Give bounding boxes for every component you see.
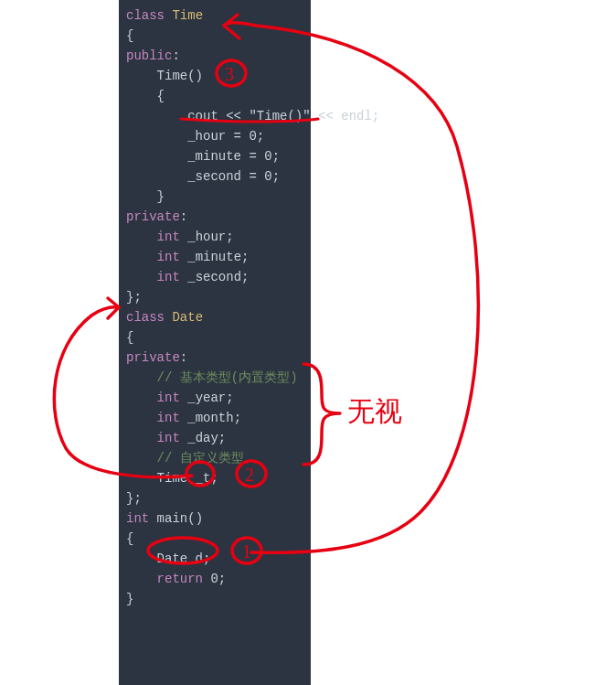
code-block: class Time { public: Time() { cout << "T… <box>119 0 311 685</box>
line: }; <box>126 290 142 305</box>
handwritten-note: 无视 <box>347 396 402 426</box>
line: int _day; <box>126 431 226 445</box>
stage: class Time { public: Time() { cout << "T… <box>0 0 616 685</box>
line: // 基本类型(内置类型) <box>126 370 298 385</box>
line: { <box>126 531 133 546</box>
line: private: <box>126 209 187 224</box>
line: int _minute; <box>126 250 249 264</box>
line: } <box>126 189 165 204</box>
line: int _second; <box>126 270 249 284</box>
line: Time() <box>126 69 203 83</box>
line: return 0; <box>126 572 226 586</box>
line: Date d; <box>126 551 210 566</box>
line: { <box>126 28 133 43</box>
line: cout << "Time()" << endl; <box>126 109 379 123</box>
line: int _month; <box>126 411 241 425</box>
line: public: <box>126 48 180 63</box>
line: _second = 0; <box>126 169 280 184</box>
line: _minute = 0; <box>126 149 280 164</box>
line: class Date <box>126 310 203 325</box>
line: int _hour; <box>126 230 234 244</box>
line: // 自定义类型 <box>126 451 244 466</box>
line: _hour = 0; <box>126 129 264 144</box>
line: Time _t; <box>126 471 218 486</box>
line: { <box>126 89 165 103</box>
line: private: <box>126 350 187 365</box>
line: class Time <box>126 8 203 23</box>
arrow-time-to-date-head <box>108 298 119 318</box>
line: int main() <box>126 511 203 526</box>
line: }; <box>126 491 142 506</box>
line: } <box>126 592 133 606</box>
line: { <box>126 330 133 345</box>
line: int _year; <box>126 391 234 405</box>
